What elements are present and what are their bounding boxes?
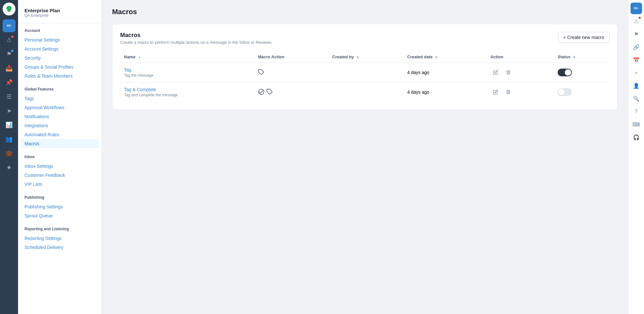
flag-icon[interactable]: ⚑: [3, 48, 15, 61]
plan-sub: QA Enterprise: [24, 13, 95, 18]
col-name[interactable]: Name ▲: [120, 51, 254, 63]
sidebar-header: Enterprise Plan QA Enterprise: [18, 5, 101, 23]
macro-action-icons: [258, 69, 325, 76]
table-row: Tag & Complete Tag and complete the mess…: [120, 82, 610, 102]
created-date: 4 days ago: [403, 63, 486, 82]
right-plus-icon[interactable]: ＋: [630, 67, 642, 79]
status-sort-icon: ⇅: [573, 55, 575, 59]
macro-name-link[interactable]: Tag & Complete: [124, 87, 250, 92]
sidebar-item-account-settings[interactable]: Account Settings: [24, 44, 95, 53]
left-nav-bar: ✏ ⚠ ⚑ 📥 📌 ☰ ➤ 📊 👥 💼 ★: [0, 0, 18, 314]
global-section-title: Global Features: [24, 87, 95, 91]
sidebar-item-inbox-settings[interactable]: Inbox Settings: [24, 162, 95, 171]
card-title: Macros: [120, 32, 273, 39]
sidebar-item-security[interactable]: Security: [24, 53, 95, 62]
right-link-icon[interactable]: 🔗: [630, 41, 642, 53]
name-sort-icon: ▲: [138, 55, 141, 59]
check-icon: [258, 89, 264, 96]
compose-icon[interactable]: ✏: [3, 19, 15, 32]
inbox-icon[interactable]: 📥: [3, 62, 15, 75]
macro-name-link[interactable]: Tag: [124, 67, 250, 72]
delete-button[interactable]: [503, 87, 514, 97]
macros-table: Name ▲ Macro Action Created by ⇅ Created…: [120, 51, 610, 102]
sidebar-item-roles-team[interactable]: Roles & Team Members: [24, 71, 95, 81]
people-icon[interactable]: 👥: [3, 133, 15, 146]
created-by: [328, 63, 403, 82]
global-section: Global Features Tags Approval Workflows …: [18, 82, 101, 149]
right-calendar-icon[interactable]: 📅: [630, 54, 642, 66]
sidebar-item-customer-feedback[interactable]: Customer Feedback: [24, 171, 95, 180]
card-header-text: Macros Create a macro to perform multipl…: [120, 32, 273, 45]
sidebar-item-macros[interactable]: Macros: [21, 139, 99, 148]
created-by: [328, 82, 403, 102]
list-icon[interactable]: ☰: [3, 90, 15, 103]
pin-icon[interactable]: 📌: [3, 76, 15, 89]
right-flag-icon[interactable]: ⚑: [630, 28, 642, 40]
status-toggle[interactable]: [558, 69, 572, 76]
col-status[interactable]: Status ⇅: [554, 51, 610, 63]
account-section: Account Personal Settings Account Settin…: [18, 23, 101, 82]
toggle-knob: [558, 89, 565, 95]
col-created-date[interactable]: Created date ⇅: [403, 51, 486, 63]
sidebar-item-reporting-settings[interactable]: Reporting Settings: [24, 234, 95, 243]
card-subtitle: Create a macro to perform multiple actio…: [120, 40, 273, 45]
table-row: Tag Tag the message 4 days ago: [120, 63, 610, 82]
create-new-macro-button[interactable]: + Create new macro: [558, 32, 610, 43]
macro-desc: Tag and complete the message: [124, 93, 250, 97]
plan-name: Enterprise Plan: [24, 8, 95, 13]
publishing-section-title: Publishing: [24, 195, 95, 200]
right-compose-icon[interactable]: ✏: [630, 3, 642, 14]
sidebar-item-integrations[interactable]: Integrations: [24, 121, 95, 130]
sidebar-item-vip-lists[interactable]: VIP Lists: [24, 180, 95, 189]
alert-icon[interactable]: ⚠: [3, 33, 15, 46]
sidebar: Enterprise Plan QA Enterprise Account Pe…: [18, 0, 102, 314]
right-headset-icon[interactable]: 🎧: [630, 131, 642, 143]
action-icons: [490, 67, 550, 78]
sidebar-item-scheduled-delivery[interactable]: Scheduled Delivery: [24, 243, 95, 252]
briefcase-icon[interactable]: 💼: [3, 147, 15, 160]
macro-action-icons: [258, 89, 325, 96]
main-content: Macros Macros Create a macro to perform …: [102, 0, 628, 314]
action-icons: [490, 87, 550, 97]
send-icon[interactable]: ➤: [3, 104, 15, 117]
sidebar-item-groups-social[interactable]: Groups & Social Profiles: [24, 62, 95, 71]
macro-desc: Tag the message: [124, 73, 250, 78]
tag-icon: [266, 89, 273, 96]
right-help-icon[interactable]: ?: [630, 106, 642, 117]
sidebar-item-tags[interactable]: Tags: [24, 94, 95, 103]
brand-logo[interactable]: [3, 3, 15, 15]
sidebar-item-automated-rules[interactable]: Automated Rules: [24, 130, 95, 139]
sidebar-item-sprout-queue[interactable]: Sprout Queue: [24, 211, 95, 220]
delete-button[interactable]: [503, 67, 514, 78]
created-by-sort-icon: ⇅: [356, 55, 359, 59]
chart-icon[interactable]: 📊: [3, 119, 15, 131]
col-action: Action: [486, 51, 554, 63]
status-toggle[interactable]: [558, 88, 572, 96]
toggle-knob: [565, 69, 571, 76]
sidebar-item-notifications[interactable]: Notifications: [24, 112, 95, 121]
reporting-section-title: Reporting and Listening: [24, 227, 95, 231]
edit-button[interactable]: [490, 67, 501, 78]
sidebar-item-approval-workflows[interactable]: Approval Workflows: [24, 103, 95, 112]
tag-icon: [258, 69, 264, 76]
right-search-icon[interactable]: 🔍: [630, 93, 642, 104]
edit-button[interactable]: [490, 87, 501, 97]
sidebar-item-personal-settings[interactable]: Personal Settings: [24, 35, 95, 44]
right-alert-icon[interactable]: ⚠: [630, 15, 642, 27]
inbox-section: Inbox Inbox Settings Customer Feedback V…: [18, 149, 101, 190]
card-header: Macros Create a macro to perform multipl…: [120, 32, 610, 45]
account-section-title: Account: [24, 28, 95, 33]
inbox-section-title: Inbox: [24, 155, 95, 159]
right-keyboard-icon[interactable]: ⌨: [630, 119, 642, 130]
macros-card: Macros Create a macro to perform multipl…: [112, 24, 618, 110]
right-icon-bar: ✏ ⚠ ⚑ 🔗 📅 ＋ 👤 🔍 ? ⌨ 🎧: [628, 0, 644, 314]
right-person-icon[interactable]: 👤: [630, 80, 642, 91]
star-icon[interactable]: ★: [3, 161, 15, 174]
col-created-by[interactable]: Created by ⇅: [328, 51, 403, 63]
col-macro-action: Macro Action: [254, 51, 329, 63]
page-title: Macros: [112, 8, 618, 16]
reporting-section: Reporting and Listening Reporting Settin…: [18, 222, 101, 253]
created-date: 4 days ago: [403, 82, 486, 102]
sidebar-item-publishing-settings[interactable]: Publishing Settings: [24, 202, 95, 211]
publishing-section: Publishing Publishing Settings Sprout Qu…: [18, 190, 101, 222]
